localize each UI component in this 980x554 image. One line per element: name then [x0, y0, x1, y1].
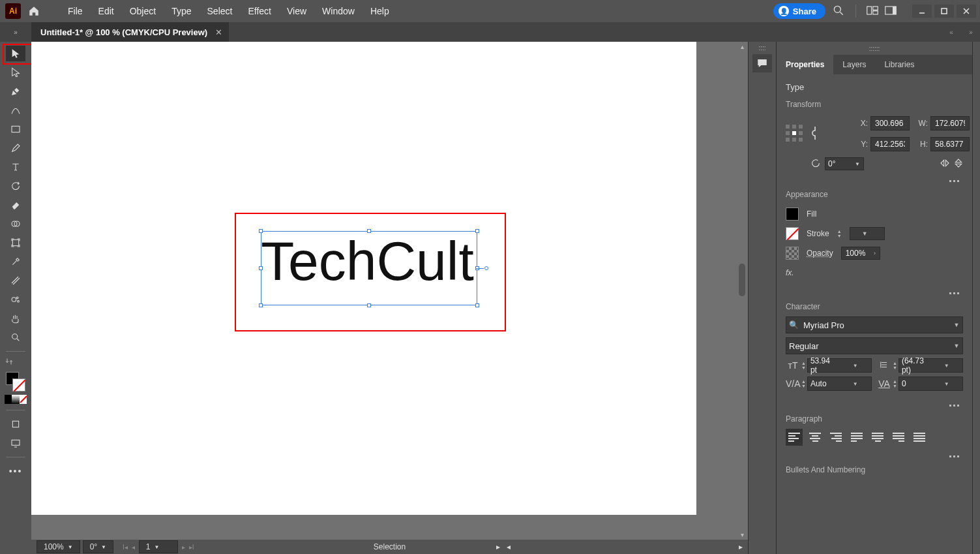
tool-pen[interactable]	[6, 84, 25, 99]
search-icon: 🔍	[786, 320, 801, 330]
character-options-button[interactable]	[949, 405, 959, 407]
search-button[interactable]	[832, 4, 845, 19]
workspace-button[interactable]	[885, 6, 897, 17]
svg-point-11	[12, 298, 16, 302]
zoom-field[interactable]: 100%▼	[37, 540, 80, 553]
svg-rect-15	[12, 421, 18, 427]
flip-horizontal-button[interactable]	[940, 159, 950, 170]
tracking-field[interactable]: VA ▲▼ 0▼	[877, 377, 963, 391]
selection-bounding-box[interactable]	[261, 231, 477, 305]
minimize-button[interactable]	[912, 5, 932, 18]
hscroll-left-end[interactable]: ◂	[507, 542, 511, 551]
tool-eraser[interactable]	[6, 197, 25, 213]
draw-mode[interactable]	[6, 416, 25, 432]
tab-row: » Untitled-1* @ 100 % (CMYK/CPU Preview)…	[0, 22, 980, 42]
leading-field[interactable]: ▲▼ (64.73 pt)▼	[877, 358, 963, 373]
link-wh-button[interactable]	[810, 124, 822, 144]
rotation-field[interactable]: 0°▼	[83, 540, 113, 553]
tool-zoom[interactable]	[6, 330, 25, 345]
last-artboard-button[interactable]: ▸I	[189, 544, 194, 551]
font-family-combo[interactable]: 🔍 Myriad Pro▼	[786, 316, 963, 333]
stroke-weight-input[interactable]: ▼	[850, 227, 885, 240]
menu-edit[interactable]: Edit	[91, 6, 122, 16]
tool-shape-builder[interactable]	[6, 216, 25, 232]
hscroll-right-end[interactable]: ▸	[739, 542, 743, 551]
tool-artboard[interactable]	[6, 235, 25, 251]
font-style-combo[interactable]: Regular▼	[786, 337, 963, 354]
close-button[interactable]	[957, 5, 976, 18]
tool-gradient[interactable]	[6, 273, 25, 288]
tool-selection[interactable]	[6, 46, 25, 61]
arrange-button[interactable]	[867, 6, 878, 17]
paragraph-options-button[interactable]	[949, 455, 959, 457]
stroke-color-swatch[interactable]	[786, 227, 799, 240]
rotation-input[interactable]: ▼	[825, 157, 864, 170]
menu-type[interactable]: Type	[164, 6, 199, 16]
comments-panel-button[interactable]	[752, 54, 772, 72]
panel-handle[interactable]: ::::::	[777, 42, 972, 55]
justify-right-button[interactable]	[890, 429, 907, 446]
tab-libraries[interactable]: Libraries	[875, 55, 923, 74]
align-center-button[interactable]	[807, 429, 824, 446]
fill-color-swatch[interactable]	[786, 208, 799, 221]
home-button[interactable]	[26, 3, 42, 19]
tool-rotate[interactable]	[6, 178, 25, 194]
maximize-button[interactable]	[934, 5, 954, 18]
color-mode-row[interactable]	[5, 395, 27, 404]
reference-point-picker[interactable]	[786, 125, 804, 143]
tool-curvature[interactable]	[6, 102, 25, 118]
menu-effect[interactable]: Effect	[240, 6, 279, 16]
stroke-weight-stepper[interactable]: ▲▼	[837, 229, 842, 238]
edit-toolbar-button[interactable]: •••	[6, 463, 25, 479]
app-logo: Ai	[5, 3, 21, 19]
panel-collapse-icon[interactable]: «	[945, 29, 958, 36]
tool-eyedropper[interactable]	[6, 254, 25, 269]
panel-expand-icon[interactable]: »	[964, 29, 977, 36]
share-button[interactable]: 👤Share	[773, 3, 825, 19]
flip-vertical-button[interactable]	[954, 158, 963, 170]
menu-view[interactable]: View	[279, 6, 314, 16]
artboard[interactable]: TechCult	[31, 42, 696, 515]
swap-fill-stroke-icon[interactable]	[5, 358, 13, 367]
justify-center-button[interactable]	[869, 429, 886, 446]
menu-object[interactable]: Object	[122, 6, 164, 16]
menu-window[interactable]: Window	[314, 6, 363, 16]
tab-layers[interactable]: Layers	[833, 55, 875, 74]
opacity-input[interactable]: 100%›	[841, 247, 881, 260]
fx-button[interactable]: fx.	[786, 268, 794, 277]
tool-hand[interactable]	[6, 311, 25, 326]
justify-left-button[interactable]	[848, 429, 865, 446]
tool-direct-selection[interactable]	[6, 65, 25, 80]
tool-symbol-sprayer[interactable]	[6, 292, 25, 307]
close-tab-icon[interactable]: ✕	[215, 27, 222, 37]
prev-artboard-button[interactable]: ◂	[132, 544, 135, 551]
justify-all-button[interactable]	[911, 429, 928, 446]
toolbar-expand-icon[interactable]: »	[0, 22, 31, 42]
h-input[interactable]	[930, 137, 970, 151]
w-input[interactable]	[930, 116, 970, 131]
hscroll-right[interactable]: ▸	[496, 542, 500, 551]
stroke-swatch[interactable]	[12, 378, 25, 392]
kerning-field[interactable]: V/A ▲▼ Auto▼	[786, 377, 872, 391]
canvas-vertical-scrollbar[interactable]: ▴ ▾	[737, 42, 748, 540]
menu-select[interactable]: Select	[200, 6, 241, 16]
align-right-button[interactable]	[827, 429, 844, 446]
tool-paintbrush[interactable]	[6, 140, 25, 156]
screen-mode[interactable]	[6, 435, 25, 451]
transform-options-button[interactable]	[949, 180, 959, 182]
font-size-field[interactable]: тТ ▲▼ 53.94 pt▼	[786, 358, 872, 373]
tool-rectangle[interactable]	[6, 121, 25, 137]
midstrip-handle[interactable]: ::::	[758, 44, 765, 52]
opacity-swatch[interactable]	[786, 247, 799, 260]
document-tab[interactable]: Untitled-1* @ 100 % (CMYK/CPU Preview) ✕	[31, 22, 229, 42]
tool-type[interactable]	[6, 159, 25, 175]
menu-help[interactable]: Help	[363, 6, 397, 16]
fill-stroke-swatches[interactable]	[6, 372, 25, 392]
menu-file[interactable]: File	[60, 6, 91, 16]
appearance-options-button[interactable]	[949, 292, 959, 294]
artboard-number-field[interactable]: 1▼	[139, 540, 178, 553]
next-artboard-button[interactable]: ▸	[182, 544, 185, 551]
align-left-button[interactable]	[786, 429, 803, 446]
first-artboard-button[interactable]: I◂	[123, 544, 128, 551]
tab-properties[interactable]: Properties	[777, 55, 833, 74]
